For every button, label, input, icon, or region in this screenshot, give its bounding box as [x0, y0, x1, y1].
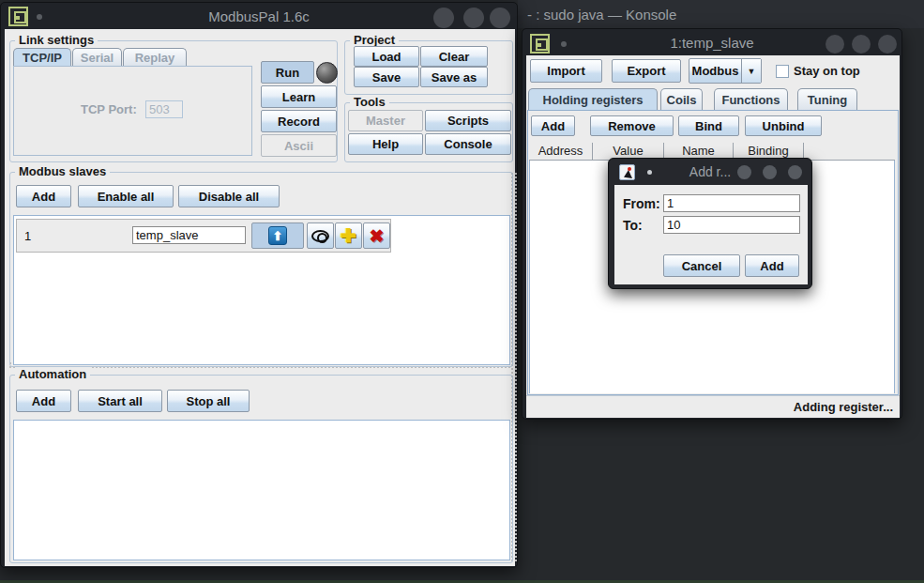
close-button[interactable]: [878, 35, 897, 54]
save-button[interactable]: Save: [354, 67, 419, 87]
stay-on-top-checkbox[interactable]: [776, 65, 789, 78]
register-unbind-button[interactable]: Unbind: [745, 115, 822, 136]
add-register-dialog: Add r... From: To: Cancel Add: [608, 158, 812, 289]
clear-button[interactable]: Clear: [420, 46, 488, 67]
automation-add-button[interactable]: Add: [16, 390, 71, 412]
stay-on-top-label: Stay on top: [794, 64, 860, 78]
register-remove-button[interactable]: Remove: [590, 115, 674, 136]
tab-replay[interactable]: Replay: [123, 48, 187, 66]
tcp-port-label: TCP Port:: [81, 102, 137, 116]
save-as-button[interactable]: Save as: [420, 67, 488, 87]
tcp-port-field[interactable]: [145, 100, 183, 118]
maximize-button[interactable]: [852, 35, 871, 54]
learn-button[interactable]: Learn: [261, 85, 337, 108]
help-button[interactable]: Help: [348, 133, 423, 155]
slave-row[interactable]: 1 ⬆ ✚ ✖: [16, 219, 391, 253]
tab-holding-registers[interactable]: Holding registers: [528, 88, 658, 110]
slave-add-button[interactable]: Add: [16, 185, 71, 207]
run-status-led-icon: [316, 62, 338, 84]
tab-tuning[interactable]: Tuning: [797, 88, 857, 110]
from-field[interactable]: [663, 194, 800, 212]
konsole-titlebar: - : sudo java — Konsole: [518, 0, 924, 28]
enable-all-button[interactable]: Enable all: [78, 185, 174, 207]
from-label: From:: [623, 196, 660, 211]
up-arrow-icon: ⬆: [268, 226, 287, 245]
automation-title: Automation: [15, 367, 90, 381]
slave-delete-button[interactable]: ✖: [363, 222, 390, 249]
maximize-button[interactable]: [463, 8, 484, 28]
tab-coils[interactable]: Coils: [660, 88, 703, 110]
modbus-combo-value: Modbus: [689, 64, 741, 78]
scripts-button[interactable]: Scripts: [425, 110, 511, 131]
minimize-button[interactable]: [737, 165, 751, 179]
slave-view-button[interactable]: [307, 222, 334, 249]
eye-icon: [311, 230, 329, 242]
export-button[interactable]: Export: [612, 59, 681, 83]
modbuspal-window: ModbusPal 1.6c Link settings TCP/IP Seri…: [0, 2, 518, 568]
project-title: Project: [350, 33, 399, 47]
tab-tcpip[interactable]: TCP/IP: [13, 48, 71, 66]
red-x-icon: ✖: [370, 225, 385, 247]
dialog-cancel-button[interactable]: Cancel: [663, 254, 740, 277]
disable-all-button[interactable]: Disable all: [178, 185, 280, 207]
record-button[interactable]: Record: [261, 110, 337, 132]
slave-duplicate-button[interactable]: ✚: [335, 222, 362, 249]
link-settings-title: Link settings: [15, 33, 98, 47]
ascii-button: Ascii: [261, 134, 337, 157]
tab-serial[interactable]: Serial: [72, 48, 122, 66]
to-field[interactable]: [663, 216, 800, 234]
automation-list: [13, 420, 510, 560]
load-button[interactable]: Load: [354, 46, 419, 67]
tools-title: Tools: [350, 95, 389, 109]
slave-window-title: 1:temp_slave: [523, 35, 901, 51]
chevron-down-icon: ▼: [741, 59, 761, 83]
column-header-address[interactable]: Address: [529, 143, 593, 160]
maximize-button[interactable]: [763, 165, 777, 179]
status-bar: Adding register...: [526, 395, 900, 418]
to-label: To:: [623, 218, 643, 233]
start-all-button[interactable]: Start all: [78, 390, 162, 412]
modbus-slaves-title: Modbus slaves: [15, 164, 110, 178]
dialog-add-button[interactable]: Add: [745, 254, 799, 277]
close-button[interactable]: [788, 165, 802, 179]
plus-icon: ✚: [341, 224, 356, 247]
tab-functions[interactable]: Functions: [714, 88, 788, 110]
stop-all-button[interactable]: Stop all: [167, 390, 250, 412]
close-button[interactable]: [490, 8, 510, 28]
slave-name-field[interactable]: [132, 226, 246, 244]
console-button[interactable]: Console: [425, 133, 511, 155]
slave-id: 1: [24, 229, 31, 243]
master-button: Master: [348, 110, 423, 131]
status-text: Adding register...: [794, 400, 893, 414]
konsole-title: - : sudo java — Konsole: [527, 7, 676, 23]
import-button[interactable]: Import: [530, 59, 602, 83]
dialog-title: Add r...: [609, 164, 811, 179]
run-toggle-button[interactable]: Run: [261, 61, 314, 84]
register-bind-button[interactable]: Bind: [678, 115, 739, 136]
register-add-button[interactable]: Add: [531, 115, 575, 136]
minimize-button[interactable]: [433, 8, 454, 28]
minimize-button[interactable]: [826, 35, 844, 54]
modbus-combo[interactable]: Modbus ▼: [689, 58, 762, 84]
dialog-content: From: To: Cancel Add: [614, 185, 808, 284]
slave-enabled-toggle[interactable]: ⬆: [251, 222, 304, 249]
